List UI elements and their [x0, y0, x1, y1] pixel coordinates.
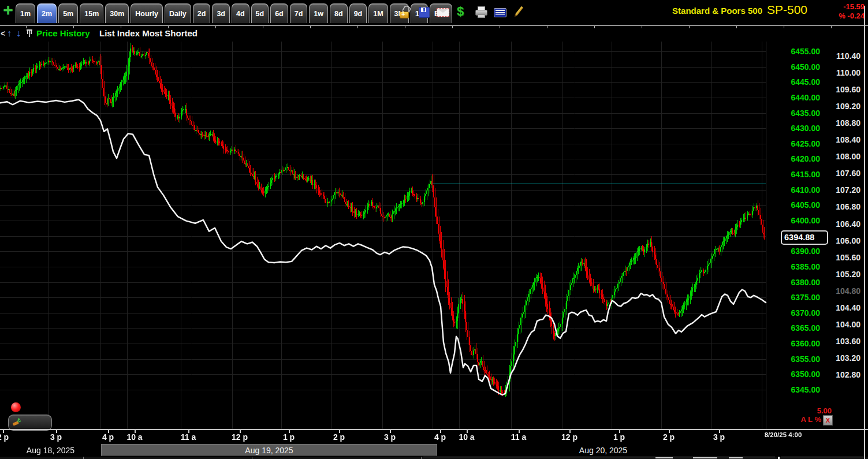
tab-8d[interactable]: 8d [330, 3, 348, 23]
save-icon[interactable] [418, 6, 430, 18]
tab-4d[interactable]: 4d [232, 3, 249, 23]
unlock-icon[interactable]: + [398, 6, 411, 18]
overlay-label-103.60: 103.60 [824, 336, 860, 346]
ruler-tick [215, 26, 216, 28]
tab-1M[interactable]: 1M [368, 3, 388, 23]
pin-icon[interactable] [26, 29, 33, 40]
overlay-label-109.20: 109.20 [824, 101, 860, 111]
overlay-label-108.40: 108.40 [824, 135, 860, 145]
price-label-6400.00: 6400.00 [772, 215, 820, 226]
time-label-2p: 2 p [649, 432, 689, 442]
drawing-tool-button[interactable] [8, 415, 52, 431]
tab-5d[interactable]: 5d [251, 3, 269, 23]
pane-divider [421, 457, 422, 459]
add-chart-icon[interactable]: + [1, 1, 15, 18]
symbol-full-name: Standard & Poors 500 [653, 6, 762, 16]
date-band-Aug202025: Aug 20, 2025 [437, 444, 769, 456]
alert-close-button[interactable]: X [823, 415, 833, 426]
price-label-6455.00: 6455.00 [772, 46, 820, 57]
time-label-3p: 3 p [36, 432, 76, 442]
ruler-tick [452, 26, 453, 28]
tab-7d[interactable]: 7d [290, 3, 308, 23]
tab-2m[interactable]: 2m [37, 3, 57, 23]
overlay-label-104.40: 104.40 [824, 303, 860, 313]
price-label-6420.00: 6420.00 [772, 154, 820, 164]
dollar-glyph: $ [457, 4, 464, 19]
overlay-label-105.60: 105.60 [824, 252, 860, 263]
series-most-shorted[interactable]: List Index Most Shorted [99, 28, 198, 38]
toolbar-icons: + $ [398, 6, 526, 18]
ruler-tick [831, 26, 832, 28]
price-label-6365.00: 6365.00 [772, 323, 820, 333]
price-label-6380.00: 6380.00 [772, 277, 820, 288]
tab-1w[interactable]: 1w [309, 3, 328, 23]
series-price-history[interactable]: Price History [36, 28, 90, 38]
record-status-light [11, 402, 21, 412]
time-label-10a: 10 a [446, 432, 487, 442]
price-label-6360.00: 6360.00 [772, 338, 820, 349]
time-label-12p: 12 p [219, 432, 260, 442]
ruler-tick [784, 26, 784, 28]
mail-icon[interactable] [437, 6, 449, 18]
tab-5m[interactable]: 5m [58, 3, 78, 23]
price-label-6415.00: 6415.00 [772, 169, 820, 180]
tab-6d[interactable]: 6d [270, 3, 288, 23]
overlay-label-104.80: 104.80 [824, 286, 860, 296]
tab-Daily[interactable]: Daily [165, 3, 191, 23]
time-label-1p: 1 p [269, 432, 309, 442]
tab-1m[interactable]: 1m [16, 3, 35, 23]
price-label-6355.00: 6355.00 [772, 354, 820, 364]
overlay-label-103.20: 103.20 [824, 353, 860, 363]
window-right-border [864, 6, 865, 459]
tab-9d[interactable]: 9d [349, 3, 367, 23]
print-icon[interactable] [475, 6, 487, 18]
quote-board-icon[interactable] [494, 6, 506, 18]
tab-Hourly[interactable]: Hourly [131, 3, 163, 23]
alert-value: 5.00 [797, 406, 832, 415]
overlay-label-105.20: 105.20 [824, 269, 860, 279]
time-label-11a: 11 a [168, 432, 208, 442]
pencil-glyph [515, 6, 523, 16]
move-up-icon[interactable]: ↑ [7, 28, 12, 39]
ruler-tick [357, 26, 358, 28]
price-label-6430.00: 6430.00 [772, 123, 820, 133]
ruler-tick [26, 26, 27, 28]
tab-15m[interactable]: 15m [80, 3, 103, 23]
ruler-tick [310, 26, 311, 28]
envelope-glyph [437, 8, 449, 17]
change-readout: -15.59 % -0.24 [797, 2, 865, 21]
chart-axis-separator [0, 429, 868, 430]
pane-divider [83, 457, 84, 459]
price-label-6375.00: 6375.00 [772, 292, 820, 303]
pane-artifact [693, 457, 717, 458]
ruler-tick [736, 26, 737, 28]
pane-divider [778, 457, 780, 459]
pencil-icon[interactable] [513, 6, 526, 18]
bottom-pane-strip[interactable] [0, 457, 868, 459]
price-label-6385.00: 6385.00 [772, 262, 820, 272]
overlay-label-107.20: 107.20 [824, 185, 860, 195]
price-label-6450.00: 6450.00 [772, 62, 820, 72]
ruler-tick [405, 26, 405, 28]
price-label-6410.00: 6410.00 [772, 185, 820, 195]
brush-icon [11, 417, 24, 428]
price-label-6370.00: 6370.00 [772, 308, 820, 318]
ruler-tick [689, 26, 690, 28]
pane-artifact [729, 457, 743, 458]
toolbar: + 1m2m5m15m30mHourlyDaily2d3d4d5d6d7d1w8… [0, 0, 868, 25]
collapse-left-icon[interactable]: < [1, 29, 5, 38]
tab-3d[interactable]: 3d [212, 3, 230, 23]
pane-edge [423, 457, 775, 457]
floppy-glyph [419, 7, 430, 18]
dollar-icon[interactable]: $ [456, 6, 468, 18]
unlock-plus: + [401, 10, 405, 17]
tab-2d[interactable]: 2d [193, 3, 211, 23]
overlay-label-104.00: 104.00 [824, 319, 860, 330]
price-label-6350.00: 6350.00 [772, 369, 820, 379]
change-value: -15.59 [797, 2, 865, 12]
price-chart-canvas[interactable] [0, 42, 769, 430]
time-label-1p: 1 p [599, 432, 639, 442]
move-down-icon[interactable]: ↓ [16, 28, 21, 39]
timeframe-tabs: 1m2m5m15m30mHourlyDaily2d3d4d5d6d7d1w8d9… [16, 3, 452, 23]
tab-30m[interactable]: 30m [105, 3, 129, 23]
